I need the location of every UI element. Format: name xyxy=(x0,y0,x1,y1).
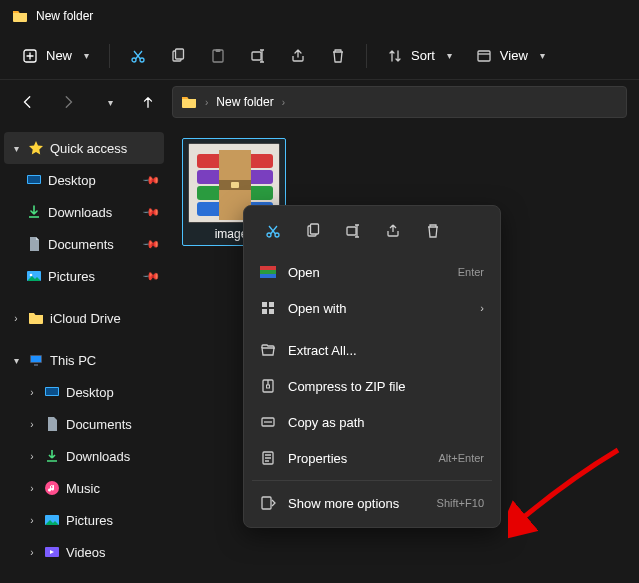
svg-rect-7 xyxy=(252,52,261,60)
ctx-cut-button[interactable] xyxy=(256,216,290,246)
sidebar-item-documents[interactable]: Documents 📌 xyxy=(4,228,164,260)
chevron-right-icon: › xyxy=(10,313,22,324)
view-icon xyxy=(476,48,492,64)
tree-label: Pictures xyxy=(48,269,138,284)
pin-icon: 📌 xyxy=(141,266,160,285)
breadcrumb-item[interactable]: New folder xyxy=(216,95,273,109)
sidebar-item-icloud[interactable]: › iCloud Drive xyxy=(4,302,164,334)
chevron-right-icon: › xyxy=(26,451,38,462)
chevron-right-icon: › xyxy=(26,483,38,494)
ctx-open[interactable]: Open Enter xyxy=(250,254,494,290)
ctx-share-button[interactable] xyxy=(376,216,410,246)
svg-rect-17 xyxy=(46,388,58,395)
tree-label: Videos xyxy=(66,545,158,560)
svg-rect-35 xyxy=(260,270,276,274)
delete-button[interactable] xyxy=(320,42,356,70)
ctx-label: Show more options xyxy=(288,496,425,511)
up-button[interactable] xyxy=(132,86,164,118)
copy-icon xyxy=(305,223,321,239)
sort-icon xyxy=(387,48,403,64)
tree-label: Documents xyxy=(66,417,158,432)
svg-rect-45 xyxy=(262,497,271,509)
svg-rect-14 xyxy=(31,356,41,362)
svg-rect-39 xyxy=(262,309,267,314)
chevron-right-icon: › xyxy=(26,419,38,430)
new-label: New xyxy=(46,48,72,63)
chevron-down-icon: ▾ xyxy=(10,143,22,154)
svg-rect-4 xyxy=(176,49,184,59)
ctx-label: Open with xyxy=(288,301,468,316)
ctx-properties[interactable]: Properties Alt+Enter xyxy=(250,440,494,476)
back-button[interactable] xyxy=(12,86,44,118)
tree-label: Documents xyxy=(48,237,138,252)
svg-rect-36 xyxy=(260,274,276,278)
star-icon xyxy=(28,140,44,156)
chevron-right-icon: › xyxy=(26,515,38,526)
view-button[interactable]: View ▾ xyxy=(466,42,555,70)
ctx-delete-button[interactable] xyxy=(416,216,450,246)
documents-icon xyxy=(26,236,42,252)
arrow-left-icon xyxy=(21,95,35,109)
ctx-accel: Enter xyxy=(458,266,484,278)
music-icon xyxy=(44,480,60,496)
rename-icon xyxy=(250,48,266,64)
cut-icon xyxy=(265,223,281,239)
sidebar-item-pc-music[interactable]: ›Music xyxy=(4,472,164,504)
delete-icon xyxy=(330,48,346,64)
paste-icon xyxy=(210,48,226,64)
sidebar-item-pictures[interactable]: Pictures 📌 xyxy=(4,260,164,292)
forward-button[interactable] xyxy=(52,86,84,118)
sidebar-item-pc-videos[interactable]: ›Videos xyxy=(4,536,164,568)
folder-icon xyxy=(28,310,44,326)
tree-label: This PC xyxy=(50,353,158,368)
sidebar-item-this-pc[interactable]: ▾ This PC xyxy=(4,344,164,376)
svg-rect-37 xyxy=(262,302,267,307)
ctx-copy-path[interactable]: Copy as path xyxy=(250,404,494,440)
svg-rect-38 xyxy=(269,302,274,307)
toolbar: New ▾ Sort ▾ View ▾ xyxy=(0,32,639,80)
sidebar-item-desktop[interactable]: Desktop 📌 xyxy=(4,164,164,196)
copy-button[interactable] xyxy=(160,42,196,70)
ctx-compress-zip[interactable]: Compress to ZIP file xyxy=(250,368,494,404)
ctx-rename-button[interactable] xyxy=(336,216,370,246)
desktop-icon xyxy=(26,172,42,188)
sidebar-item-quick-access[interactable]: ▾ Quick access xyxy=(4,132,164,164)
documents-icon xyxy=(44,416,60,432)
address-bar[interactable]: › New folder › xyxy=(172,86,627,118)
chevron-right-icon: › xyxy=(26,547,38,558)
rename-button[interactable] xyxy=(240,42,276,70)
ctx-open-with[interactable]: Open with › xyxy=(250,290,494,326)
separator xyxy=(252,480,492,481)
paste-button[interactable] xyxy=(200,42,236,70)
view-label: View xyxy=(500,48,528,63)
cut-button[interactable] xyxy=(120,42,156,70)
tree-label: Downloads xyxy=(48,205,138,220)
sidebar-item-pc-documents[interactable]: ›Documents xyxy=(4,408,164,440)
extract-icon xyxy=(260,342,276,358)
pictures-icon xyxy=(44,512,60,528)
sidebar-item-pc-desktop[interactable]: ›Desktop xyxy=(4,376,164,408)
open-with-icon xyxy=(260,300,276,316)
arrow-up-icon xyxy=(141,95,155,109)
share-icon xyxy=(290,48,306,64)
sidebar-item-pc-downloads[interactable]: ›Downloads xyxy=(4,440,164,472)
pin-icon: 📌 xyxy=(141,202,160,221)
delete-icon xyxy=(425,223,441,239)
ctx-extract-all[interactable]: Extract All... xyxy=(250,332,494,368)
ctx-copy-button[interactable] xyxy=(296,216,330,246)
tree-label: Music xyxy=(66,481,158,496)
share-button[interactable] xyxy=(280,42,316,70)
recent-button[interactable]: ▾ xyxy=(92,86,124,118)
ctx-label: Compress to ZIP file xyxy=(288,379,484,394)
context-icon-row xyxy=(250,212,494,254)
ctx-show-more-options[interactable]: Show more options Shift+F10 xyxy=(250,485,494,521)
share-icon xyxy=(385,223,401,239)
tree-label: Pictures xyxy=(66,513,158,528)
sidebar-item-downloads[interactable]: Downloads 📌 xyxy=(4,196,164,228)
new-icon xyxy=(22,48,38,64)
sort-button[interactable]: Sort ▾ xyxy=(377,42,462,70)
sidebar-item-pc-pictures[interactable]: ›Pictures xyxy=(4,504,164,536)
new-button[interactable]: New ▾ xyxy=(12,42,99,70)
tree-label: Quick access xyxy=(50,141,158,156)
sort-label: Sort xyxy=(411,48,435,63)
